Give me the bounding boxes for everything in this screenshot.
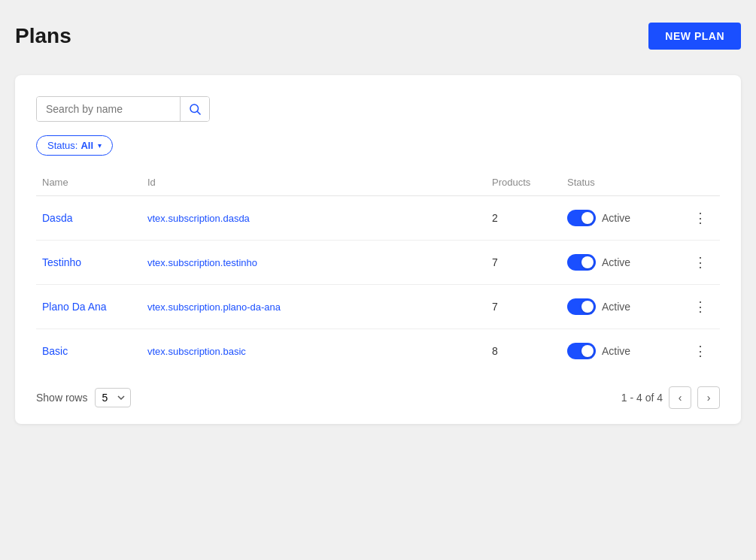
cell-products-3: 8 xyxy=(486,329,561,374)
col-header-products: Products xyxy=(486,169,561,196)
toggle-track-1 xyxy=(567,254,596,271)
cell-status-0: Active xyxy=(561,196,682,241)
cell-id-1: vtex.subscription.testinho xyxy=(141,241,486,285)
cell-status-3: Active xyxy=(561,329,682,374)
cell-products-0: 2 xyxy=(486,196,561,241)
plan-name-link-0[interactable]: Dasda xyxy=(42,212,72,224)
toggle-2[interactable] xyxy=(567,298,596,315)
status-filter-value: All xyxy=(80,140,93,151)
cell-actions-1: ⋮ xyxy=(682,241,720,285)
kebab-menu-button-0[interactable]: ⋮ xyxy=(688,208,714,228)
toggle-thumb-2 xyxy=(581,301,594,313)
search-button[interactable] xyxy=(180,97,209,121)
search-input[interactable] xyxy=(37,97,180,121)
cell-name-3: Basic xyxy=(36,329,141,374)
col-header-id: Id xyxy=(141,169,486,196)
col-header-status: Status xyxy=(561,169,682,196)
toggle-wrap-0: Active xyxy=(567,210,676,226)
toggle-wrap-1: Active xyxy=(567,254,676,271)
cell-products-2: 7 xyxy=(486,285,561,329)
status-label-2: Active xyxy=(602,301,630,313)
table-row: Plano Da Ana vtex.subscription.plano-da-… xyxy=(36,285,720,329)
cell-status-2: Active xyxy=(561,285,682,329)
cell-id-2: vtex.subscription.plano-da-ana xyxy=(141,285,486,329)
plans-table: Name Id Products Status Dasda vtex.subsc… xyxy=(36,169,720,373)
status-label-0: Active xyxy=(602,212,630,224)
cell-id-3: vtex.subscription.basic xyxy=(141,329,486,374)
toggle-3[interactable] xyxy=(567,343,596,359)
cell-id-0: vtex.subscription.dasda xyxy=(141,196,486,241)
cell-name-2: Plano Da Ana xyxy=(36,285,141,329)
toggle-1[interactable] xyxy=(567,254,596,271)
table-row: Dasda vtex.subscription.dasda 2 Active xyxy=(36,196,720,241)
page-title: Plans xyxy=(15,24,71,48)
toggle-track-3 xyxy=(567,343,596,359)
svg-point-0 xyxy=(190,104,199,113)
toggle-thumb-0 xyxy=(581,212,594,224)
kebab-menu-button-2[interactable]: ⋮ xyxy=(688,297,714,316)
page-header: Plans NEW PLAN xyxy=(15,15,741,57)
cell-actions-2: ⋮ xyxy=(682,285,720,329)
col-header-name: Name xyxy=(36,169,141,196)
kebab-menu-button-3[interactable]: ⋮ xyxy=(688,341,714,361)
cell-name-1: Testinho xyxy=(36,241,141,285)
toggle-wrap-3: Active xyxy=(567,343,676,359)
table-row: Testinho vtex.subscription.testinho 7 Ac… xyxy=(36,241,720,285)
status-filter-label: Status: xyxy=(47,140,77,151)
table-row: Basic vtex.subscription.basic 8 Active xyxy=(36,329,720,374)
plan-id-3: vtex.subscription.basic xyxy=(147,346,246,357)
plan-id-2: vtex.subscription.plano-da-ana xyxy=(147,301,281,313)
toggle-thumb-3 xyxy=(581,345,594,357)
filter-row: Status: All ▾ xyxy=(36,135,720,156)
search-row xyxy=(36,96,720,122)
search-icon xyxy=(188,102,202,116)
svg-line-1 xyxy=(197,111,200,114)
cell-products-1: 7 xyxy=(486,241,561,285)
next-page-button[interactable]: › xyxy=(697,386,720,409)
toggle-track-0 xyxy=(567,210,596,226)
pagination-text: 1 - 4 of 4 xyxy=(621,392,663,404)
chevron-down-icon: ▾ xyxy=(98,141,102,150)
new-plan-button[interactable]: NEW PLAN xyxy=(648,23,741,50)
toggle-thumb-1 xyxy=(581,256,594,268)
status-label-3: Active xyxy=(602,345,630,357)
toggle-wrap-2: Active xyxy=(567,298,676,315)
pagination-wrap: 1 - 4 of 4 ‹ › xyxy=(621,386,720,409)
show-rows-label: Show rows xyxy=(36,392,87,404)
plan-name-link-1[interactable]: Testinho xyxy=(42,256,81,268)
status-filter-button[interactable]: Status: All ▾ xyxy=(36,135,113,156)
kebab-menu-button-1[interactable]: ⋮ xyxy=(688,253,714,272)
plan-id-1: vtex.subscription.testinho xyxy=(147,257,257,268)
cell-actions-3: ⋮ xyxy=(682,329,720,374)
toggle-track-2 xyxy=(567,298,596,315)
col-header-actions xyxy=(682,169,720,196)
cell-name-0: Dasda xyxy=(36,196,141,241)
plan-name-link-2[interactable]: Plano Da Ana xyxy=(42,301,107,313)
show-rows-select[interactable]: 5102550 xyxy=(95,388,131,407)
plan-name-link-3[interactable]: Basic xyxy=(42,345,68,357)
prev-page-button[interactable]: ‹ xyxy=(669,386,691,409)
show-rows-wrap: Show rows 5102550 xyxy=(36,388,131,407)
plans-card: Status: All ▾ Name Id Products Status Da… xyxy=(15,75,741,424)
table-header: Name Id Products Status xyxy=(36,169,720,196)
cell-status-1: Active xyxy=(561,241,682,285)
cell-actions-0: ⋮ xyxy=(682,196,720,241)
table-body: Dasda vtex.subscription.dasda 2 Active xyxy=(36,196,720,374)
plan-id-0: vtex.subscription.dasda xyxy=(147,213,250,224)
status-label-1: Active xyxy=(602,256,630,268)
footer-row: Show rows 5102550 1 - 4 of 4 ‹ › xyxy=(36,386,720,409)
search-input-wrap xyxy=(36,96,210,122)
toggle-0[interactable] xyxy=(567,210,596,226)
